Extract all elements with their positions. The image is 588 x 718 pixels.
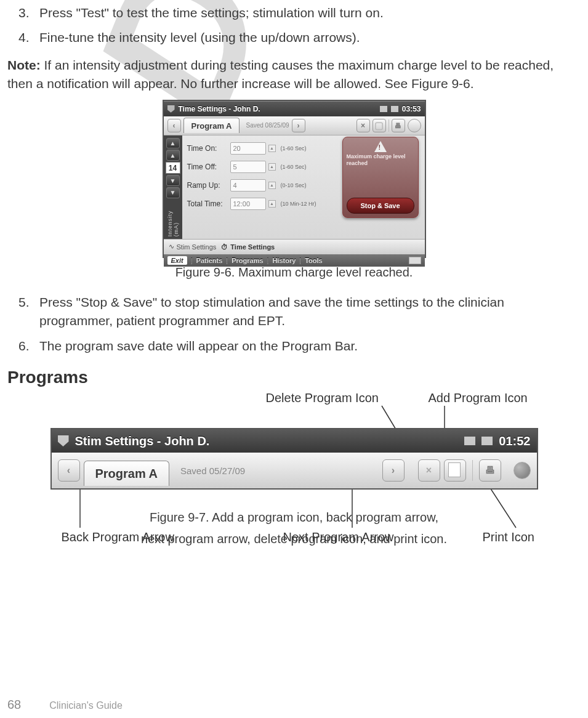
spin-up-icon[interactable]: ▲: [268, 145, 276, 152]
step-number: 3.: [7, 4, 39, 22]
step-6: 6. The program save date will appear on …: [7, 337, 581, 355]
guide-label: Clinician's Guide: [49, 700, 123, 711]
note-paragraph: Note: If an intensity adjustment during …: [7, 56, 581, 94]
intensity-panel: ▲ ▲ 14 ▼ ▼ Intensity (mA): [164, 135, 182, 239]
annot-delete: Delete Program Icon: [266, 391, 379, 405]
spin-up-icon[interactable]: ▲: [268, 182, 276, 189]
field-label: Ramp Up:: [187, 181, 228, 190]
add-program-icon[interactable]: [444, 459, 466, 482]
intensity-fast-down[interactable]: ▼: [166, 187, 180, 198]
bottom-menu: Exit |Patients |Programs |History |Tools: [164, 254, 425, 267]
menu-patients[interactable]: Patients: [196, 257, 223, 264]
step-number: 5.: [7, 293, 39, 331]
page-footer: 68 Clinician's Guide: [0, 698, 588, 712]
subtabs: ∿Stim Settings ⏱Time Settings: [164, 239, 425, 254]
knob-icon[interactable]: [513, 462, 531, 479]
start-icon: [167, 105, 175, 113]
note-text: If an intensity adjustment during testin…: [7, 58, 554, 91]
field-value[interactable]: 20: [230, 142, 266, 155]
intensity-down[interactable]: ▼: [166, 175, 180, 186]
intensity-fast-up[interactable]: ▲: [166, 138, 180, 149]
step-3: 3. Press "Test" to test the time setting…: [7, 4, 581, 22]
heading-programs: Programs: [7, 368, 581, 387]
field-value[interactable]: 12:00: [230, 198, 266, 210]
clock: 03:53: [402, 105, 421, 113]
step-text: Press "Stop & Save" to stop stimulation …: [39, 293, 581, 331]
intensity-up[interactable]: ▲: [166, 150, 180, 161]
intensity-axis-label: Intensity (mA): [167, 200, 179, 236]
field-value[interactable]: 5: [230, 161, 266, 173]
figure-9-7-device: Stim Settings - John D. 01:52 ‹ Program …: [50, 428, 538, 490]
menu-programs[interactable]: Programs: [232, 257, 263, 264]
program-tab[interactable]: Program A: [84, 461, 170, 486]
step-number: 6.: [7, 337, 39, 355]
step-number: 4.: [7, 28, 39, 47]
add-program-icon[interactable]: ▢: [373, 119, 386, 132]
speaker-icon: [391, 106, 398, 112]
field-hint: (10 Min-12 Hr): [281, 201, 316, 207]
page-number: 68: [7, 698, 21, 712]
note-label: Note:: [7, 58, 41, 72]
field-label: Time On:: [187, 144, 228, 153]
keyboard-icon[interactable]: [409, 257, 421, 264]
print-icon[interactable]: 🖶: [392, 119, 405, 132]
max-charge-warning: Maximum charge level reached Stop & Save: [342, 137, 419, 218]
field-label: Total Time:: [187, 200, 228, 208]
spin-up-icon[interactable]: ▲: [268, 200, 276, 208]
saved-date: Saved 05/27/09: [180, 466, 245, 476]
link-icon: [464, 437, 475, 445]
delete-program-icon[interactable]: ×: [356, 119, 370, 132]
delete-program-icon[interactable]: ×: [418, 459, 440, 482]
step-4: 4. Fine-tune the intensity level (using …: [7, 28, 581, 47]
program-bar: ‹ Program A Saved 05/27/09 › × 🖶: [52, 453, 537, 488]
spin-up-icon[interactable]: ▲: [268, 163, 276, 171]
intensity-value: 14: [166, 162, 180, 174]
figure-9-6-device: Time Settings - John D. 03:53 ‹ Program …: [163, 100, 426, 258]
window-titlebar: Time Settings - John D. 03:53: [164, 101, 425, 116]
field-hint: (1-60 Sec): [281, 145, 307, 151]
annot-print: Print Icon: [483, 530, 534, 544]
field-label: Time Off:: [187, 163, 228, 171]
annot-back: Back Program Arrow: [62, 530, 174, 544]
back-program-arrow[interactable]: ‹: [167, 119, 181, 132]
link-icon: [380, 106, 387, 112]
tab-time-settings[interactable]: ⏱Time Settings: [221, 243, 275, 251]
print-icon[interactable]: 🖶: [479, 459, 501, 482]
field-value[interactable]: 4: [230, 179, 266, 192]
step-text: Fine-tune the intensity level (using the…: [39, 28, 581, 47]
window-titlebar: Stim Settings - John D. 01:52: [52, 429, 537, 453]
window-title: Stim Settings - John D.: [75, 434, 210, 448]
stop-and-save-button[interactable]: Stop & Save: [347, 198, 414, 214]
back-program-arrow[interactable]: ‹: [58, 459, 80, 482]
figure-9-7-container: Delete Program Icon Add Program Icon Bac…: [37, 391, 552, 490]
program-bar: ‹ Program A Saved 08/25/09 › × ▢ 🖶: [164, 116, 425, 135]
next-program-arrow[interactable]: ›: [382, 459, 405, 482]
figure-9-7-caption-1: Figure 9-7. Add a program icon, back pro…: [7, 510, 581, 525]
annot-next: Next Program Arrow: [283, 530, 394, 544]
menu-tools[interactable]: Tools: [305, 257, 323, 264]
exit-button[interactable]: Exit: [167, 256, 187, 265]
window-title: Time Settings - John D.: [179, 105, 260, 113]
menu-history[interactable]: History: [272, 257, 296, 264]
saved-date: Saved 08/25/09: [246, 122, 289, 129]
program-tab[interactable]: Program A: [183, 118, 240, 133]
speaker-icon: [481, 437, 493, 445]
start-icon: [58, 435, 69, 446]
warning-text: Maximum charge level reached: [347, 153, 414, 167]
clock: 01:52: [499, 434, 530, 448]
step-5: 5. Press "Stop & Save" to stop stimulati…: [7, 293, 581, 331]
knob-icon[interactable]: [408, 119, 421, 132]
next-program-arrow[interactable]: ›: [292, 119, 305, 132]
field-hint: (1-60 Sec): [281, 164, 307, 170]
step-text: The program save date will appear on the…: [39, 337, 581, 355]
field-hint: (0-10 Sec): [281, 182, 307, 188]
figure-9-6-caption: Figure 9-6. Maximum charge level reached…: [7, 265, 581, 280]
annot-add: Add Program Icon: [429, 391, 528, 405]
warning-icon: [374, 141, 387, 152]
tab-stim-settings[interactable]: ∿Stim Settings: [169, 243, 217, 251]
step-text: Press "Test" to test the time settings; …: [39, 4, 581, 22]
